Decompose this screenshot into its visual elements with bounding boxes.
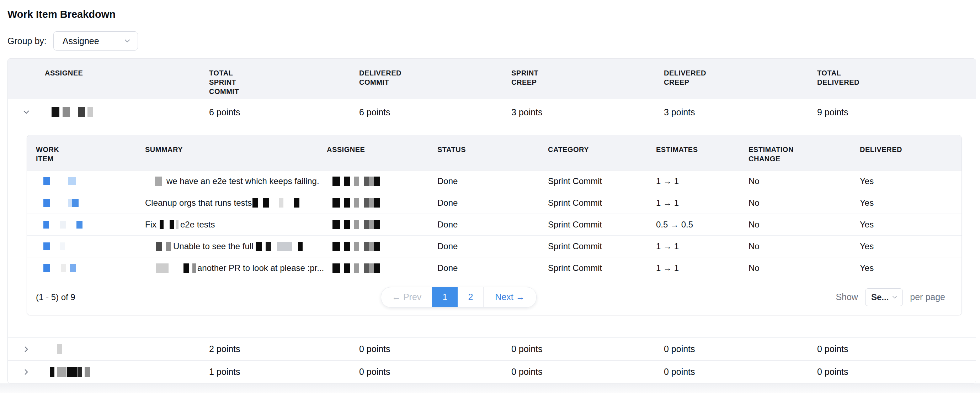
redacted-text-block bbox=[344, 198, 350, 208]
delivered-commit-value: 0 points bbox=[359, 367, 511, 377]
summary-cell: Unable to see the full bbox=[145, 236, 327, 257]
chevron-down-icon bbox=[123, 36, 132, 46]
redacted-text-block bbox=[183, 264, 189, 273]
total-delivered-value: 0 points bbox=[817, 344, 976, 354]
next-page-button[interactable]: Next → bbox=[484, 287, 536, 307]
delivered-creep-value: 3 points bbox=[664, 107, 817, 117]
column-header-total-sprint-commit: TOTAL SPRINT COMMIT bbox=[209, 59, 359, 99]
work-item-cell bbox=[27, 171, 145, 192]
redacted-text-block bbox=[369, 242, 374, 251]
redacted-text-block bbox=[57, 344, 62, 354]
redacted-text-block bbox=[374, 198, 380, 208]
category-cell: Sprint Commit bbox=[548, 257, 656, 279]
assignee-group-row[interactable]: 6 points6 points3 points3 points9 points bbox=[8, 99, 976, 125]
assignee-cell bbox=[327, 236, 438, 257]
estimation-change-cell: No bbox=[749, 257, 860, 279]
category-cell: Sprint Commit bbox=[548, 214, 656, 235]
redacted-text-block bbox=[170, 220, 174, 229]
work-item-type-icon bbox=[43, 199, 50, 207]
assignee-group-row[interactable]: 1 points0 points0 points0 points0 points bbox=[8, 360, 976, 383]
redacted-text-block bbox=[344, 220, 350, 229]
redacted-text-block bbox=[160, 220, 164, 229]
chevron-right-icon[interactable] bbox=[22, 345, 31, 354]
summary-cell: Cleanup orgs that runs tests bbox=[145, 192, 327, 214]
work-item-type-icon bbox=[60, 243, 65, 250]
total-sprint-commit-value: 1 points bbox=[209, 367, 359, 377]
redacted-text-block bbox=[364, 177, 369, 186]
redacted-text-block bbox=[374, 264, 380, 273]
delivered-commit-value: 0 points bbox=[359, 344, 511, 354]
column-header-delivered: DELIVERED bbox=[860, 135, 961, 170]
group-by-row: Group by: Assignee bbox=[8, 31, 976, 51]
redacted-text-block bbox=[256, 242, 262, 251]
redacted-text-block bbox=[298, 242, 302, 251]
page-button-1[interactable]: 1 bbox=[432, 287, 458, 307]
sprint-creep-value: 3 points bbox=[511, 107, 664, 117]
work-item-type-icon bbox=[43, 264, 50, 272]
delivered-commit-value: 6 points bbox=[359, 107, 511, 117]
summary-text: another PR to look at please :pr... bbox=[197, 263, 324, 273]
status-cell: Done bbox=[438, 171, 548, 192]
work-item-breakdown-table: ASSIGNEETOTAL SPRINT COMMITDELIVERED COM… bbox=[8, 58, 976, 383]
redacted-text-block bbox=[354, 177, 359, 186]
work-item-cell bbox=[27, 214, 145, 235]
redacted-text-block bbox=[67, 367, 78, 377]
show-label: Show bbox=[836, 292, 858, 302]
assignee-group-cell bbox=[8, 107, 209, 117]
chevron-down-icon[interactable] bbox=[22, 107, 31, 117]
prev-page-button[interactable]: ← Prev bbox=[381, 287, 432, 307]
page-size-controls: ShowSe...per page bbox=[836, 288, 945, 306]
delivered-cell: Yes bbox=[860, 171, 961, 192]
redacted-text-block bbox=[50, 367, 54, 377]
group-by-label: Group by: bbox=[8, 36, 46, 46]
redacted-text-block bbox=[266, 242, 271, 251]
work-item-type-icon bbox=[76, 221, 83, 228]
delivered-creep-value: 0 points bbox=[664, 367, 817, 377]
redacted-text-block bbox=[374, 220, 380, 229]
pagination-bar: (1 - 5) of 9← Prev12Next →ShowSe...per p… bbox=[27, 279, 961, 315]
redacted-text-block bbox=[279, 198, 283, 208]
category-cell: Sprint Commit bbox=[548, 236, 656, 257]
summary-text: Unable to see the full bbox=[173, 241, 253, 251]
delivered-cell: Yes bbox=[860, 257, 961, 279]
redacted-text-block bbox=[332, 242, 340, 251]
redacted-text-block bbox=[374, 242, 380, 251]
estimates-cell: 1 → 1 bbox=[656, 192, 749, 214]
column-header-estimation-change: ESTIMATION CHANGE bbox=[749, 135, 860, 170]
redacted-text-block bbox=[263, 198, 269, 208]
column-header-delivered-commit: DELIVERED COMMIT bbox=[359, 59, 511, 99]
redacted-text-block bbox=[369, 264, 374, 273]
page-button-2[interactable]: 2 bbox=[458, 287, 483, 307]
redacted-text-block bbox=[354, 264, 359, 273]
delivered-cell: Yes bbox=[860, 192, 961, 214]
category-cell: Sprint Commit bbox=[548, 171, 656, 192]
redacted-text-block bbox=[176, 220, 178, 229]
total-delivered-value: 0 points bbox=[817, 367, 976, 377]
redacted-text-block bbox=[364, 242, 369, 251]
total-sprint-commit-value: 2 points bbox=[209, 344, 359, 354]
redacted-text-block bbox=[344, 242, 350, 251]
estimation-change-cell: No bbox=[749, 192, 860, 214]
assignee-cell bbox=[327, 171, 438, 192]
page-size-select[interactable]: Se... bbox=[865, 288, 903, 306]
main-table-header: ASSIGNEETOTAL SPRINT COMMITDELIVERED COM… bbox=[8, 59, 976, 99]
redacted-text-block bbox=[344, 264, 350, 273]
chevron-right-icon[interactable] bbox=[22, 367, 31, 377]
redacted-text-block bbox=[52, 107, 59, 117]
redacted-text-block bbox=[364, 198, 369, 208]
estimates-cell: 0.5 → 0.5 bbox=[656, 214, 749, 235]
summary-text: Cleanup orgs that runs tests bbox=[145, 198, 252, 208]
estimation-change-cell: No bbox=[749, 171, 860, 192]
work-item-row: Cleanup orgs that runs testsDoneSprint C… bbox=[27, 192, 961, 214]
column-header-category: CATEGORY bbox=[548, 135, 656, 170]
estimation-change-cell: No bbox=[749, 236, 860, 257]
estimates-cell: 1 → 1 bbox=[656, 236, 749, 257]
redacted-text-block bbox=[332, 220, 340, 229]
group-by-select[interactable]: Assignee bbox=[53, 31, 138, 51]
work-item-type-icon bbox=[68, 177, 76, 185]
summary-cell: another PR to look at please :pr... bbox=[145, 257, 327, 279]
estimates-cell: 1 → 1 bbox=[656, 171, 749, 192]
work-items-table-header: WORK ITEMSUMMARYASSIGNEESTATUSCATEGORYES… bbox=[27, 135, 961, 171]
work-item-cell bbox=[27, 192, 145, 214]
assignee-group-row[interactable]: 2 points0 points0 points0 points0 points bbox=[8, 337, 976, 360]
